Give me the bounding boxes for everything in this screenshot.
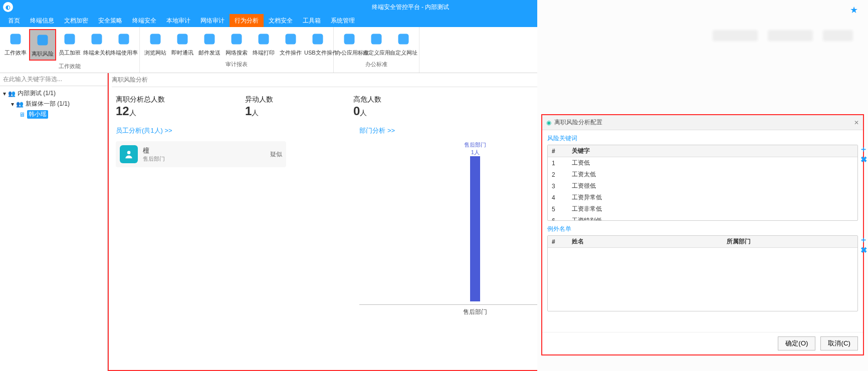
menu-tab[interactable]: 本地审计 <box>161 14 195 27</box>
ribbon-label: 自定义应用 <box>363 49 390 57</box>
extension-icon[interactable]: ★ <box>850 5 858 16</box>
cell-index: 2 <box>548 169 568 180</box>
ribbon-item[interactable]: 文件操作 <box>277 29 304 59</box>
chevron-down-icon: ▾ <box>11 101 14 108</box>
bar-chart-icon <box>8 31 24 47</box>
cell-index: 3 <box>548 180 568 192</box>
employee-name: 檀 <box>143 146 165 155</box>
remove-exclusion-button[interactable]: ✖ <box>859 246 867 254</box>
tree-label: 新媒体一部 (1/1) <box>26 100 70 108</box>
exclusion-section-label: 例外名单 <box>542 221 863 235</box>
add-keyword-button[interactable]: ＋ <box>859 145 867 153</box>
ribbon-item[interactable]: 员工加班 <box>56 29 83 61</box>
tree-node-group[interactable]: ▾ 👥 新媒体一部 (1/1) <box>11 99 104 109</box>
table-row[interactable]: 4工资异常低 <box>548 192 857 203</box>
tree-node-root[interactable]: ▾ 👥 内部测试 (1/1) <box>3 88 104 99</box>
spinner-icon: ◉ <box>546 119 551 126</box>
cell-index: 5 <box>548 203 568 215</box>
col-index: # <box>548 236 568 248</box>
ribbon-item[interactable]: 邮件发送 <box>196 29 223 59</box>
svg-rect-1 <box>38 35 48 46</box>
svg-rect-7 <box>204 34 215 45</box>
metric-card: 高危人数0人 <box>353 95 381 118</box>
ribbon-item[interactable]: 终端打印 <box>250 29 277 59</box>
risk-config-dialog: ◉ 离职风险分析配置 ✕ 风险关键词 ＋ ✖ # 关键字 1工资低2工资太低3工… <box>541 114 864 355</box>
svg-rect-0 <box>11 34 21 45</box>
ribbon-item[interactable]: 终端未关机 <box>83 29 110 61</box>
tree-filter-input[interactable]: 在此输入关键字筛选... <box>0 73 107 86</box>
ribbon-item[interactable]: 网络搜索 <box>223 29 250 59</box>
ribbon-item[interactable]: 浏览网站 <box>142 29 169 59</box>
ribbon-label: 离职风险 <box>30 50 55 58</box>
usb-icon <box>310 31 326 47</box>
bar-count-label: 1人 <box>445 149 505 156</box>
keywords-table: ＋ ✖ # 关键字 1工资低2工资太低3工资很低4工资异常低5工资非常低6工资特… <box>547 145 858 221</box>
menu-tab[interactable]: 工具箱 <box>298 14 326 27</box>
svg-rect-8 <box>232 34 242 45</box>
menu-tab[interactable]: 系统管理 <box>326 14 360 27</box>
remove-keyword-button[interactable]: ✖ <box>859 155 867 163</box>
svg-rect-9 <box>259 34 269 45</box>
menu-tab[interactable]: 首页 <box>3 14 25 27</box>
svg-rect-12 <box>344 34 355 45</box>
app-icon: ◐ <box>3 2 13 12</box>
tree-node-user[interactable]: 🖥 韩小瑶 <box>19 109 104 120</box>
metric-label: 异动人数 <box>245 95 273 104</box>
svg-rect-6 <box>177 34 188 45</box>
menu-tab[interactable]: 终端信息 <box>25 14 59 27</box>
ribbon-item[interactable]: 办公应用标准 <box>336 29 363 59</box>
employee-dept: 售后部门 <box>143 155 165 163</box>
table-row[interactable]: 6工资特别低 <box>548 215 857 220</box>
metric-label: 离职分析总人数 <box>116 95 165 104</box>
metric-label: 高危人数 <box>353 95 381 104</box>
person-search-icon <box>341 31 357 47</box>
ribbon-label: USB文件操作 <box>304 49 331 57</box>
table-row[interactable]: 5工资非常低 <box>548 203 857 215</box>
svg-point-15 <box>127 151 131 154</box>
table-row[interactable]: 1工资低 <box>548 157 857 169</box>
cell-index: 6 <box>548 215 568 220</box>
browser-toolbar: ★ <box>537 0 868 20</box>
svg-rect-10 <box>286 34 296 45</box>
ribbon-item[interactable]: 即时通讯 <box>169 29 196 59</box>
department-analysis-link[interactable]: 部门分析 >> <box>359 126 395 135</box>
table-row[interactable]: 2工资太低 <box>548 169 857 180</box>
left-tree-panel: 在此输入关键字筛选... ▾ 👥 内部测试 (1/1) ▾ 👥 新媒体一部 (1… <box>0 73 108 371</box>
panel-title: 离职风险分析 <box>112 76 148 84</box>
svg-rect-13 <box>371 34 382 45</box>
dialog-close[interactable]: ✕ <box>854 119 859 126</box>
menu-tab[interactable]: 安全策略 <box>93 14 127 27</box>
bar-item: 售后部门 1人 <box>470 156 480 301</box>
table-row[interactable]: 3工资很低 <box>548 180 857 192</box>
dialog-title: 离职风险分析配置 <box>554 118 602 127</box>
menu-tab[interactable]: 网络审计 <box>195 14 230 27</box>
ribbon-item[interactable]: 终端使用率 <box>110 29 137 61</box>
ribbon-item[interactable]: 自定义应用 <box>363 29 390 59</box>
blurred-pill <box>768 30 813 41</box>
ribbon-item[interactable]: 自定义网址 <box>390 29 417 59</box>
cancel-button[interactable]: 取消(C) <box>820 336 858 350</box>
ribbon-item[interactable]: USB文件操作 <box>304 29 331 59</box>
menu-tab[interactable]: 行为分析 <box>230 14 264 27</box>
ribbon-item[interactable]: 工作效率 <box>2 29 29 61</box>
cell-keyword: 工资太低 <box>568 169 857 180</box>
metric-value: 0人 <box>353 104 381 118</box>
svg-rect-14 <box>398 34 409 45</box>
menu-tab[interactable]: 终端安全 <box>127 14 161 27</box>
tree-label: 内部测试 (1/1) <box>18 89 56 98</box>
col-dept: 所属部门 <box>723 236 857 248</box>
printer-icon <box>256 31 272 47</box>
add-exclusion-button[interactable]: ＋ <box>859 236 867 244</box>
ok-button[interactable]: 确定(O) <box>778 336 815 350</box>
blurred-pill <box>823 30 853 41</box>
employee-card[interactable]: 檀 售后部门 疑似 <box>116 141 286 167</box>
ribbon-label: 即时通讯 <box>169 49 196 57</box>
cell-keyword: 工资特别低 <box>568 215 857 220</box>
compass-icon <box>368 31 384 47</box>
employee-analysis-link[interactable]: 员工分析(共1人) >> <box>116 126 172 135</box>
menu-tab[interactable]: 文档安全 <box>264 14 298 27</box>
ribbon-item[interactable]: 离职风险 <box>29 29 56 61</box>
col-name: 姓名 <box>568 236 723 248</box>
menu-tab[interactable]: 文档加密 <box>59 14 93 27</box>
group-icon: 👥 <box>16 101 24 108</box>
